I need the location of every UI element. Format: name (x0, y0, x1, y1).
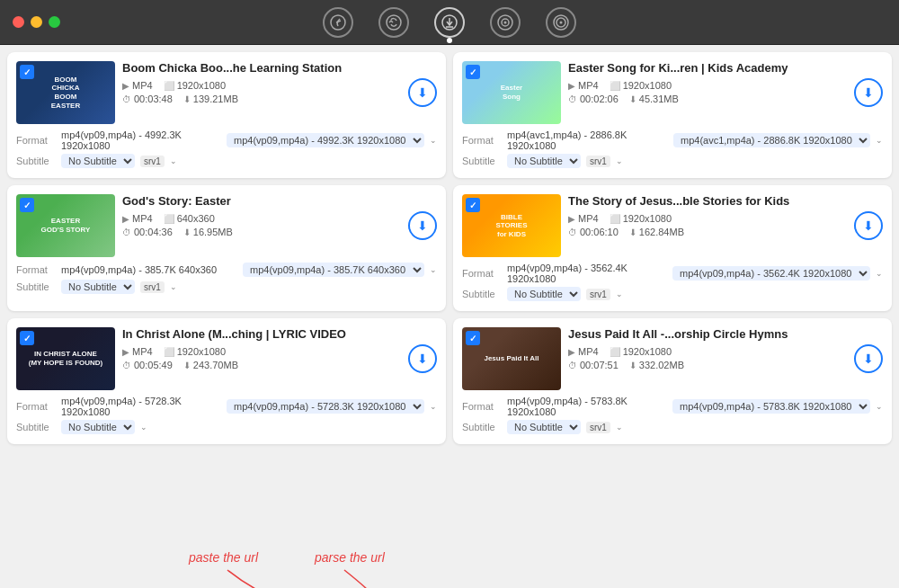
checkbox-card5[interactable]: ✓ (20, 331, 34, 345)
subtitle-label-card1: Subtitle (16, 156, 56, 166)
format-row-card6: Format mp4(vp09,mp4a) - 5783.8K 1920x108… (462, 396, 883, 417)
thumbnail-card1: ✓ BOOMCHICKABOOMEASTER (16, 61, 115, 124)
card-title-card2: Easter Song for Ki...ren | Kids Academy (568, 61, 847, 75)
subtitle-label-card5: Subtitle (16, 422, 56, 432)
nav-icon-back[interactable] (323, 7, 353, 38)
nav-icon-convert[interactable] (490, 7, 521, 38)
format-value-card6: mp4(vp09,mp4a) - 5783.8K 1920x1080 (507, 396, 667, 417)
format-meta-card4: ▶ MP4 (568, 213, 599, 224)
screen-icon: ⬜ (164, 81, 174, 91)
format-label-card6: Format (462, 401, 502, 412)
format-row-card3: Format mp4(vp09,mp4a) - 385.7K 640x360 m… (16, 263, 437, 277)
parse-arrow-icon (335, 568, 380, 588)
format-select-card5[interactable]: mp4(vp09,mp4a) - 5728.3K 1920x1080 (227, 399, 424, 414)
video-card-card5: ✓ IN CHRIST ALONE(MY HOPE IS FOUND) In C… (7, 318, 446, 444)
title-bar (0, 0, 899, 45)
download-btn-card5[interactable]: ⬇ (408, 344, 437, 373)
subtitle-row-card3: Subtitle No Subtitle srv1 ⌄ (16, 280, 437, 294)
film-icon: ▶ (568, 347, 575, 357)
download-size-icon: ⬇ (183, 361, 191, 370)
nav-icons (323, 7, 576, 38)
close-button[interactable] (13, 16, 24, 28)
card-top: ✓ IN CHRIST ALONE(MY HOPE IS FOUND) In C… (7, 318, 446, 396)
srv-badge-card2: srv1 (586, 156, 610, 167)
card-top: ✓ Jesus Paid It All Jesus Paid It All -.… (453, 318, 892, 396)
format-arrow-card4: ⌄ (876, 269, 883, 278)
card-meta-row2-card6: ⏱ 00:07:51 ⬇ 332.02MB (568, 360, 847, 370)
subtitle-row-card5: Subtitle No Subtitle ⌄ (16, 420, 437, 434)
film-icon: ▶ (568, 214, 575, 224)
video-card-card6: ✓ Jesus Paid It All Jesus Paid It All -.… (453, 318, 892, 444)
subtitle-select-card1[interactable]: No Subtitle (61, 154, 135, 168)
resolution-meta-card1: ⬜ 1920x1080 (164, 80, 226, 91)
duration-meta-card5: ⏱ 00:05:49 (122, 360, 173, 370)
checkbox-card2[interactable]: ✓ (466, 65, 480, 79)
traffic-lights (13, 16, 60, 28)
subtitle-select-card6[interactable]: No Subtitle (507, 420, 581, 434)
download-btn-card6[interactable]: ⬇ (854, 344, 883, 373)
duration-card2: 00:02:06 (580, 94, 619, 104)
card-meta-row1-card2: ▶ MP4 ⬜ 1920x1080 (568, 80, 847, 91)
format-select-card4[interactable]: mp4(vp09,mp4a) - 3562.4K 1920x1080 (672, 266, 870, 281)
subtitle-row-card2: Subtitle No Subtitle srv1 ⌄ (462, 154, 883, 168)
subtitle-select-card3[interactable]: No Subtitle (61, 280, 135, 294)
nav-icon-tools[interactable] (546, 7, 576, 38)
filesize-card5: 243.70MB (193, 360, 238, 370)
format-select-card2[interactable]: mp4(avc1,mp4a) - 2886.8K 1920x1080 (673, 133, 870, 147)
checkbox-card1[interactable]: ✓ (20, 65, 34, 79)
format-row-card5: Format mp4(vp09,mp4a) - 5728.3K 1920x108… (16, 396, 437, 417)
card-title-card3: God's Story: Easter (122, 194, 401, 208)
srv-badge-card4: srv1 (586, 289, 610, 300)
video-card-card1: ✓ BOOMCHICKABOOMEASTER Boom Chicka Boo..… (7, 52, 446, 178)
clock-icon: ⏱ (122, 94, 131, 104)
card-bottom-card2: Format mp4(avc1,mp4a) - 2886.8K 1920x108… (453, 129, 892, 178)
resolution-card2: 1920x1080 (623, 80, 672, 91)
download-btn-card3[interactable]: ⬇ (408, 211, 437, 240)
card-meta-row2-card4: ⏱ 00:06:10 ⬇ 162.84MB (568, 227, 847, 237)
format-select-card3[interactable]: mp4(vp09,mp4a) - 385.7K 640x360 (243, 263, 424, 277)
film-icon: ▶ (122, 347, 129, 357)
format-value-card4: mp4(vp09,mp4a) - 3562.4K 1920x1080 (507, 263, 667, 284)
card-meta-row2-card3: ⏱ 00:04:36 ⬇ 16.95MB (122, 227, 401, 237)
format-select-card6[interactable]: mp4(vp09,mp4a) - 5783.8K 1920x1080 (672, 399, 870, 414)
minimize-button[interactable] (31, 16, 42, 28)
nav-icon-refresh[interactable] (378, 7, 409, 38)
format-meta-card5: ▶ MP4 (122, 346, 153, 357)
card-info-card3: God's Story: Easter ▶ MP4 ⬜ 640x360 ⏱ 00… (122, 194, 401, 257)
filesize-card2: 45.31MB (639, 94, 679, 104)
clock-icon: ⏱ (122, 227, 131, 237)
duration-card5: 00:05:49 (134, 360, 173, 370)
card-meta-row2-card2: ⏱ 00:02:06 ⬇ 45.31MB (568, 94, 847, 104)
subtitle-select-card4[interactable]: No Subtitle (507, 287, 581, 301)
subtitle-label-card2: Subtitle (462, 156, 502, 166)
thumbnail-card4: ✓ BIBLESTORIESfor KIDS (462, 194, 561, 257)
checkbox-card6[interactable]: ✓ (466, 331, 480, 345)
screen-icon: ⬜ (610, 347, 620, 357)
checkbox-card4[interactable]: ✓ (466, 198, 480, 212)
clock-icon: ⏱ (568, 227, 577, 237)
download-btn-card1[interactable]: ⬇ (408, 78, 437, 107)
format-label-card3: Format (16, 264, 56, 275)
subtitle-arrow-card2: ⌄ (616, 156, 623, 165)
format-select-card1[interactable]: mp4(vp09,mp4a) - 4992.3K 1920x1080 (227, 133, 424, 147)
checkbox-card3[interactable]: ✓ (20, 198, 34, 212)
format-label-card1: Format (16, 135, 56, 146)
card-meta-row1-card4: ▶ MP4 ⬜ 1920x1080 (568, 213, 847, 224)
nav-icon-download[interactable] (434, 7, 465, 38)
maximize-button[interactable] (49, 16, 60, 28)
duration-card3: 00:04:36 (134, 227, 173, 237)
card-meta-row1-card6: ▶ MP4 ⬜ 1920x1080 (568, 346, 847, 357)
card-bottom-card1: Format mp4(vp09,mp4a) - 4992.3K 1920x108… (7, 129, 446, 178)
download-size-icon: ⬇ (629, 227, 636, 237)
subtitle-select-card2[interactable]: No Subtitle (507, 154, 581, 168)
card-bottom-card4: Format mp4(vp09,mp4a) - 3562.4K 1920x108… (453, 263, 892, 311)
svg-point-1 (387, 15, 401, 30)
subtitle-select-card5[interactable]: No Subtitle (61, 420, 135, 434)
filesize-meta-card5: ⬇ 243.70MB (183, 360, 238, 370)
card-info-card5: In Christ Alone (M...ching | LYRIC VIDEO… (122, 327, 401, 390)
resolution-meta-card6: ⬜ 1920x1080 (610, 346, 672, 357)
format-arrow-card2: ⌄ (876, 136, 883, 145)
download-btn-card2[interactable]: ⬇ (854, 78, 883, 107)
download-btn-card4[interactable]: ⬇ (854, 211, 883, 240)
subtitle-row-card1: Subtitle No Subtitle srv1 ⌄ (16, 154, 437, 168)
